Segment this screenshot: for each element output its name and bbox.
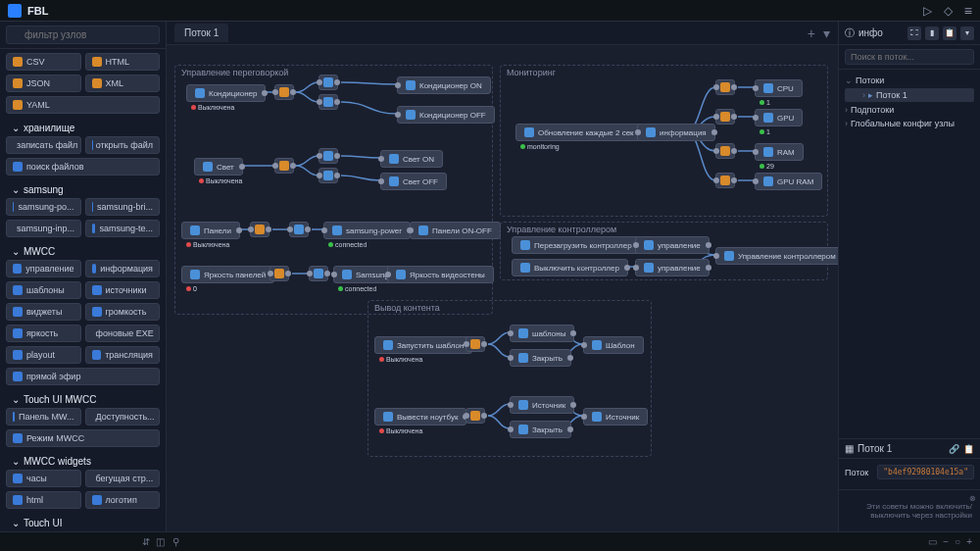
palette-node[interactable]: бегущая стр... <box>85 470 161 487</box>
palette-node[interactable]: виджеты <box>6 303 81 321</box>
palette-node[interactable]: Доступность... <box>85 408 161 426</box>
flow-node[interactable]: ПанелиВыключена <box>181 222 240 239</box>
flow-node[interactable]: Запустить шаблонВыключена <box>374 336 472 354</box>
palette-node[interactable]: открыть файл <box>85 136 161 154</box>
filter-input[interactable] <box>6 25 160 44</box>
flow-node[interactable]: Закрыть <box>510 349 571 367</box>
sb-zoom-reset-icon[interactable]: ○ <box>955 536 960 547</box>
flow-node[interactable]: Источник <box>583 408 648 426</box>
palette-node[interactable]: записать файл <box>6 136 81 154</box>
flow-node[interactable] <box>309 266 328 281</box>
flow-node[interactable]: Шаблон <box>583 336 644 354</box>
category-header[interactable]: samsung <box>6 179 160 198</box>
palette-node[interactable]: JSON <box>6 75 81 92</box>
flow-node[interactable]: Перезагрузить контроллер <box>512 236 641 254</box>
panel-search-input[interactable] <box>845 49 974 65</box>
palette-node[interactable]: фоновые EXE <box>85 325 161 342</box>
palette-node[interactable]: XML <box>85 75 161 92</box>
flow-node[interactable]: управление <box>635 236 710 254</box>
tree-flows[interactable]: Потоки <box>841 74 978 87</box>
flow-node[interactable] <box>250 222 270 237</box>
flow-node[interactable] <box>715 173 735 188</box>
palette-node[interactable]: шаблоны <box>6 281 81 299</box>
panel-btn-3[interactable]: 📋 <box>943 26 956 40</box>
palette-node[interactable]: логотип <box>85 491 161 509</box>
sb-zoom-in-icon[interactable]: + <box>966 536 972 547</box>
flow-node[interactable] <box>318 168 338 183</box>
flow-node[interactable]: RAM29 <box>755 143 804 161</box>
flow-node[interactable] <box>318 75 338 90</box>
sb-toggle-icon[interactable]: ◫ <box>156 536 165 547</box>
palette-node[interactable]: CSV <box>6 53 81 71</box>
flow-node[interactable]: CPU1 <box>755 79 803 97</box>
sb-icon-1[interactable]: ▭ <box>928 536 937 547</box>
link-icon[interactable]: 🔗 <box>949 444 959 454</box>
palette-node[interactable]: samsung-po... <box>6 198 81 216</box>
flow-node[interactable]: Кондиционер OFF <box>397 106 495 124</box>
panel-btn-4[interactable]: ▾ <box>960 26 974 40</box>
flow-node[interactable] <box>715 79 735 95</box>
deploy-icon[interactable]: ▷ <box>923 4 932 18</box>
flow-node[interactable] <box>466 336 485 352</box>
palette-node[interactable]: Режим MWCC <box>6 429 160 447</box>
flow-node[interactable] <box>289 222 309 237</box>
flow-node[interactable] <box>715 109 735 125</box>
palette-node[interactable]: источники <box>85 281 161 299</box>
tree-globals[interactable]: Глобальные конфиг узлы <box>841 117 978 130</box>
palette-node[interactable]: часы <box>6 470 81 487</box>
sb-zoom-out-icon[interactable]: − <box>943 536 949 547</box>
flow-node[interactable]: шаблоны <box>510 325 574 342</box>
palette-node[interactable]: трансляция <box>85 346 161 364</box>
flow-node[interactable]: Кондиционер ON <box>397 76 491 94</box>
canvas-search-input[interactable] <box>172 536 920 547</box>
sb-collapse-icon[interactable]: ⇵ <box>142 536 150 547</box>
add-tab-icon[interactable]: + <box>808 25 815 41</box>
flow-node[interactable] <box>274 84 294 100</box>
palette-node[interactable]: YAML <box>6 96 160 114</box>
category-header[interactable]: MWCC <box>6 241 160 260</box>
category-header[interactable]: MWCC widgets <box>6 451 160 470</box>
copy-icon[interactable]: 📋 <box>963 444 974 454</box>
palette-node[interactable]: поиск файлов <box>6 158 160 175</box>
palette-node[interactable]: html <box>6 491 81 509</box>
flow-node[interactable]: Вывести ноутбукВыключена <box>374 408 466 426</box>
panel-btn-2[interactable]: ▮ <box>925 26 939 40</box>
flow-node[interactable]: информация <box>637 124 715 141</box>
palette-node[interactable]: Панель MW... <box>6 408 81 426</box>
flow-node[interactable]: Свет ON <box>380 150 443 168</box>
tree-flow-1[interactable]: ▸ Поток 1 <box>845 88 974 102</box>
flow-node[interactable]: Панели ON-OFF <box>410 222 501 239</box>
palette-node[interactable]: управление <box>6 260 81 277</box>
flow-node[interactable]: Управление контроллером <box>715 247 838 265</box>
flow-node[interactable]: Яркость видеостены <box>387 266 494 283</box>
flow-node[interactable]: Выключить контроллер <box>512 259 628 276</box>
menu-icon[interactable]: ≡ <box>964 3 972 19</box>
flow-canvas[interactable]: Управление переговоркойКондиционерВыключ… <box>167 45 838 531</box>
tab-list-icon[interactable]: ▾ <box>823 25 830 41</box>
flow-node[interactable] <box>270 266 289 281</box>
flow-node[interactable]: Источник <box>510 396 574 414</box>
palette-node[interactable]: samsung-inp... <box>6 220 81 237</box>
panel-btn-1[interactable]: ⛶ <box>907 26 921 40</box>
flow-node[interactable] <box>715 143 735 159</box>
flow-node[interactable] <box>466 408 485 424</box>
flow-node[interactable] <box>274 158 294 174</box>
palette-node[interactable]: громкость <box>85 303 161 321</box>
palette-node[interactable]: HTML <box>85 53 161 71</box>
flow-node[interactable]: Закрыть <box>510 421 571 438</box>
palette-node[interactable]: samsung-te... <box>85 220 161 237</box>
flow-node[interactable]: Обновление каждые 2 сек ⏱monitoring <box>515 124 653 141</box>
palette-node[interactable]: информация <box>85 260 161 277</box>
palette-node[interactable]: samsung-bri... <box>85 198 161 216</box>
flow-node[interactable]: КондиционерВыключена <box>186 84 266 102</box>
flow-node[interactable]: Свет OFF <box>380 173 447 190</box>
user-icon[interactable]: ◇ <box>944 4 953 18</box>
tree-subflows[interactable]: Подпотоки <box>841 103 978 117</box>
flow-node[interactable]: GPU RAM <box>755 173 822 190</box>
palette-node[interactable]: прямой эфир <box>6 368 160 385</box>
category-header[interactable]: хранилище <box>6 118 160 136</box>
flow-node[interactable]: GPU1 <box>755 109 803 126</box>
close-tips-icon[interactable]: ⊗ <box>969 494 976 503</box>
category-header[interactable]: Touch UI MWCC <box>6 389 160 408</box>
flow-node[interactable]: samsung-powerconnected <box>323 222 411 239</box>
